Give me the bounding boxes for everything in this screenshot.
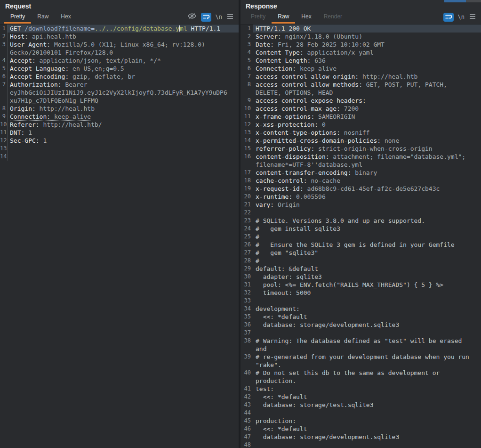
response-code-line-16: 16content-disposition: attachment; filen… — [240, 153, 481, 169]
line-number: 28 — [240, 257, 253, 265]
line-number: 14 — [240, 137, 253, 145]
line-number: 26 — [240, 241, 253, 249]
line-number: 13 — [240, 129, 253, 137]
response-editor[interactable]: 1HTTP/1.1 200 OK2Server: nginx/1.18.0 (U… — [240, 24, 481, 448]
response-code-line-25: 25# — [240, 233, 481, 241]
line-number: 17 — [240, 169, 253, 177]
line-number: 15 — [240, 145, 253, 153]
response-code-line-30: 30 adapter: sqlite3 — [240, 273, 481, 281]
response-code-line-4: 4Content-Type: application/x-yaml — [240, 49, 481, 57]
line-number: 48 — [240, 441, 253, 448]
response-code-line-43: 43 database: storage/test.sqlite3 — [240, 401, 481, 409]
line-number: 27 — [240, 249, 253, 257]
eye-slash-icon[interactable] — [187, 12, 197, 22]
request-tab-hex[interactable]: Hex — [55, 10, 77, 24]
response-code-line-1: 1HTTP/1.1 200 OK — [240, 24, 481, 33]
line-number: 31 — [240, 281, 253, 289]
request-code-line-6: 6Accept-Encoding: gzip, deflate, br — [0, 73, 239, 81]
response-code-line-5: 5Content-Length: 636 — [240, 57, 481, 65]
response-code-line-11: 11x-frame-options: SAMEORIGIN — [240, 113, 481, 121]
request-code-line-12: 12Sec-GPC: 1 — [0, 137, 239, 145]
response-code-line-12: 12x-xss-protection: 0 — [240, 121, 481, 129]
response-tab-hex[interactable]: Hex — [295, 10, 317, 24]
line-number: 9 — [240, 97, 253, 105]
line-number: 1 — [240, 24, 253, 33]
response-code-line-15: 15referrer-policy: strict-origin-when-cr… — [240, 145, 481, 153]
response-code-line-38: 38# Warning: The database defined as "te… — [240, 337, 481, 353]
request-code-line-14: 14 — [0, 153, 239, 161]
word-wrap-icon[interactable] — [201, 13, 211, 22]
request-tab-pretty[interactable]: Pretty — [4, 10, 31, 24]
line-number: 1 — [0, 24, 8, 33]
line-number: 8 — [240, 81, 253, 97]
request-code-line-2: 2Host: api.heal.htb — [0, 33, 239, 41]
word-wrap-icon[interactable] — [443, 13, 454, 22]
line-number: 44 — [240, 409, 253, 417]
response-code-line-35: 35 <<: *default — [240, 313, 481, 321]
line-number: 46 — [240, 425, 253, 433]
http-message-viewer: Request PrettyRawHex — [0, 0, 481, 448]
request-code-line-13: 13 — [0, 145, 239, 153]
response-code-line-32: 32 timeout: 5000 — [240, 289, 481, 297]
line-number: 9 — [0, 113, 8, 121]
response-code-line-21: 21vary: Origin — [240, 201, 481, 209]
response-tab-raw[interactable]: Raw — [272, 10, 295, 24]
line-number: 37 — [240, 329, 253, 337]
line-number: 14 — [0, 153, 8, 161]
response-code-line-9: 9access-control-expose-headers: — [240, 97, 481, 105]
request-panel: Request PrettyRawHex — [0, 0, 239, 448]
line-number: 47 — [240, 433, 253, 441]
request-code-line-5: 5Accept-Language: en-US,en;q=0.5 — [0, 65, 239, 73]
request-code-line-8: 8Origin: http://heal.htb — [0, 105, 239, 113]
line-number: 5 — [0, 65, 8, 73]
line-number: 4 — [240, 49, 253, 57]
line-number: 6 — [240, 65, 253, 73]
request-code-line-11: 11DNT: 1 — [0, 129, 239, 137]
line-number: 39 — [240, 353, 253, 369]
line-number: 4 — [0, 57, 8, 65]
response-code-line-22: 22 — [240, 209, 481, 217]
response-code-line-33: 33 — [240, 297, 481, 305]
line-number: 33 — [240, 297, 253, 305]
response-code-line-31: 31 pool: <%= ENV.fetch("RAILS_MAX_THREAD… — [240, 281, 481, 289]
newline-icon[interactable]: \n — [216, 14, 222, 20]
response-code-line-8: 8access-control-allow-methods: GET, POST… — [240, 81, 481, 97]
line-number: 18 — [240, 177, 253, 185]
request-tab-raw[interactable]: Raw — [31, 10, 55, 24]
clipped-button-gray — [466, 0, 481, 2]
request-tabs: PrettyRawHex — [4, 10, 77, 24]
line-number: 43 — [240, 401, 253, 409]
response-code-line-20: 20x-runtime: 0.005596 — [240, 193, 481, 201]
response-code-line-18: 18cache-control: no-cache — [240, 177, 481, 185]
line-number: 6 — [0, 73, 8, 81]
line-number: 7 — [240, 73, 253, 81]
response-tab-render: Render — [318, 10, 348, 24]
response-code-line-19: 19x-request-id: ad68b8c9-cd61-45ef-af2c-… — [240, 185, 481, 193]
menu-icon[interactable] — [226, 13, 234, 21]
line-number: 12 — [240, 121, 253, 129]
line-number: 40 — [240, 369, 253, 385]
line-number: 16 — [240, 153, 253, 169]
response-code-line-48: 48 — [240, 441, 481, 448]
response-toolbar: \n — [443, 12, 476, 22]
response-code-line-40: 40# Do not set this db to the same as de… — [240, 369, 481, 385]
line-number: 5 — [240, 57, 253, 65]
request-toolbar: \n — [187, 12, 234, 22]
request-code-line-7: 7Authorization: Bearer eyJhbGciOiJIUzI1N… — [0, 81, 239, 105]
menu-icon[interactable] — [469, 13, 476, 21]
line-number: 24 — [240, 225, 253, 233]
response-code-line-10: 10access-control-max-age: 7200 — [240, 105, 481, 113]
line-number: 23 — [240, 217, 253, 225]
line-number: 7 — [0, 81, 8, 105]
line-number: 22 — [240, 209, 253, 217]
line-number: 45 — [240, 417, 253, 425]
newline-icon[interactable]: \n — [458, 14, 465, 20]
line-number: 21 — [240, 201, 253, 209]
line-number: 13 — [0, 145, 8, 153]
response-code-line-47: 47 database: storage/development.sqlite3 — [240, 433, 481, 441]
request-editor[interactable]: 1GET /download?filename=../../config/dat… — [0, 24, 239, 448]
response-code-line-36: 36 database: storage/development.sqlite3 — [240, 321, 481, 329]
line-number: 29 — [240, 265, 253, 273]
line-number: 3 — [240, 41, 253, 49]
response-code-line-29: 29default: &default — [240, 265, 481, 273]
